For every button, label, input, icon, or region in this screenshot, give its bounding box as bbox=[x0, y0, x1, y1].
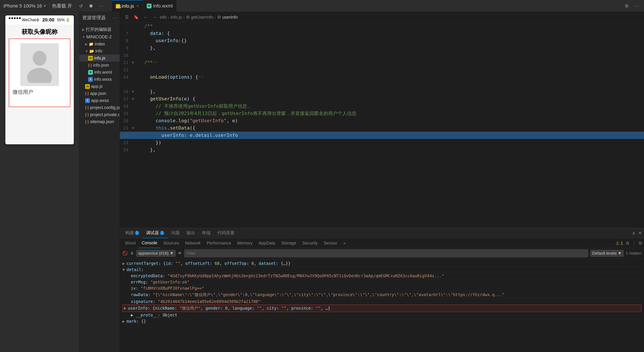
filetree-info-json[interactable]: {·} info.json bbox=[79, 62, 120, 69]
sitemap-icon: {·} bbox=[85, 120, 89, 124]
split-editor-btn[interactable]: ⧉ bbox=[624, 3, 630, 9]
console-line-3: ▶ encryptedData: "4Ud7syF9bKKyUd0ppIAhyz… bbox=[122, 273, 642, 279]
code-line-24: 24 }, bbox=[120, 146, 644, 154]
breadcrumb-forward-icon[interactable]: → bbox=[151, 14, 158, 21]
devtools-tab-network[interactable]: Network bbox=[182, 238, 204, 248]
devtools-tab-appdata[interactable]: AppData bbox=[256, 238, 278, 248]
hotreload-label[interactable]: 热重载 开 bbox=[52, 3, 72, 9]
filetree-app-json[interactable]: {·} app.json bbox=[79, 90, 120, 97]
main-area: WeChat令 20:00 55% 🔋 获取头像昵称 bbox=[0, 12, 644, 352]
breadcrumb-bookmark-icon[interactable]: 🔖 bbox=[132, 14, 140, 21]
panel-close-icon[interactable]: ✕ bbox=[638, 230, 642, 236]
filetree-project-private[interactable]: {·} project.private.config... bbox=[79, 111, 120, 118]
filetree-app-js[interactable]: JS app.js bbox=[79, 83, 120, 90]
console-level-select[interactable]: Default levels ▼ bbox=[590, 250, 624, 257]
filetree-project-header[interactable]: ▼ MINICODE-2 bbox=[79, 34, 120, 41]
line-num-16: 16 bbox=[120, 88, 132, 95]
device-selector[interactable]: iPhone 5 100% 16 ▼ bbox=[4, 3, 47, 9]
breadcrumb-menu-icon[interactable]: ☰ bbox=[123, 14, 130, 21]
filetree-project-config[interactable]: {·} project.config.json bbox=[79, 104, 120, 111]
line-num-24: 24 bbox=[120, 146, 132, 154]
breadcrumb-info: info bbox=[160, 15, 167, 20]
devtools-tab-memory[interactable]: Memory bbox=[234, 238, 256, 248]
line-arrow-16: ▼ bbox=[132, 88, 137, 95]
tab-build[interactable]: 构建 2 bbox=[122, 228, 143, 238]
code-line-23: 23 }) bbox=[120, 139, 644, 146]
breadcrumb-userinfo: userInfo bbox=[222, 15, 238, 20]
line-content-17: getUserInfo(e) { bbox=[137, 95, 644, 103]
tab-info-js-label: info.js bbox=[122, 4, 134, 9]
console-pause-icon[interactable]: ⏸ bbox=[130, 251, 134, 256]
tab-output[interactable]: 输出 bbox=[183, 228, 198, 238]
code-editor[interactable]: /** 7 data: { 8 userInfo:{} 9 }, bbox=[120, 23, 644, 228]
index-chevron-icon: ▶ bbox=[85, 42, 88, 46]
devtools-tab-storage[interactable]: Storage bbox=[278, 238, 299, 248]
console-text-3: encryptedData: "4Ud7syF9bKKyUd0ppIAhyzWm… bbox=[126, 273, 444, 278]
line-content-7: data: { bbox=[137, 30, 644, 37]
filetree-open-editors[interactable]: ▶ 打开的编辑器 bbox=[79, 26, 120, 34]
tab-debugger[interactable]: 调试器 1 bbox=[143, 228, 168, 238]
console-line-6: ▶ rawData: "{\"nickName\":\"微信用户\",\"gen… bbox=[122, 291, 642, 298]
devtools-tab-security[interactable]: Security bbox=[299, 238, 321, 248]
tab-info-js[interactable]: JS info.js × bbox=[112, 0, 143, 12]
filetree-info-js[interactable]: JS info.js bbox=[79, 55, 120, 62]
tab-info-wxml[interactable]: W info.wxml bbox=[143, 0, 177, 12]
filetree-header: 资源管理器 ⋯ bbox=[79, 12, 120, 24]
tab-code-quality[interactable]: 代码质量 bbox=[214, 228, 238, 238]
code-line-22: 22 userInfo: e.detail.userInfo bbox=[120, 132, 644, 139]
console-source-select[interactable]: appservice (#18) ▼ bbox=[136, 250, 176, 257]
devtools-tab-console[interactable]: Console bbox=[139, 238, 160, 248]
filetree-index-folder[interactable]: ▶ 📁 index bbox=[79, 41, 120, 48]
tab-debugger-badge: 1 bbox=[160, 231, 164, 235]
devtools-tab-sources[interactable]: Sources bbox=[160, 238, 182, 248]
devtools-settings-icon[interactable]: ⚙ bbox=[626, 241, 630, 246]
app-wxss-icon: S bbox=[85, 98, 90, 103]
tab-terminal[interactable]: 终端 bbox=[198, 228, 214, 238]
filetree-info-wxss[interactable]: S info.wxss bbox=[79, 76, 120, 83]
more-btn[interactable]: ⋯ bbox=[97, 3, 105, 10]
refresh-btn[interactable]: ↺ bbox=[78, 3, 84, 10]
project-chevron-icon: ▼ bbox=[82, 35, 85, 39]
breadcrumb-back-icon[interactable]: ← bbox=[142, 14, 150, 21]
battery-pct: 55% bbox=[57, 18, 64, 22]
console-source-dropdown-icon: ▼ bbox=[170, 251, 174, 256]
filetree-info-wxml[interactable]: W info.wxml bbox=[79, 69, 120, 76]
filetree-app-wxss[interactable]: S app.wxss bbox=[79, 97, 120, 104]
console-arrow-userinfo: ▶ bbox=[124, 305, 126, 310]
devtools-tab-sensor[interactable]: Sensor bbox=[321, 238, 340, 248]
devtools-more-icon[interactable]: ⋮ bbox=[632, 241, 636, 246]
code-line-7: 7 data: { bbox=[120, 30, 644, 37]
tab-info-js-close[interactable]: × bbox=[136, 4, 139, 8]
code-line-15 bbox=[120, 81, 644, 88]
warning-badge: ⚠ 1 bbox=[616, 241, 623, 246]
app-wxss-label: app.wxss bbox=[91, 98, 109, 103]
line-content-16: }, bbox=[137, 88, 644, 95]
avatar-section[interactable]: 微信用户 bbox=[9, 39, 70, 107]
devtools-tab-wxml[interactable]: Wxml bbox=[122, 238, 139, 248]
console-text-4: errMsg: "getUserInfo:ok" bbox=[126, 280, 190, 284]
devtools-tab-performance[interactable]: Performance bbox=[204, 238, 234, 248]
line-num-9: 9 bbox=[120, 44, 132, 52]
tab-problems[interactable]: 问题 bbox=[168, 228, 183, 238]
panel-up-icon[interactable]: ∧ bbox=[632, 230, 636, 236]
app-json-icon: {·} bbox=[85, 91, 89, 96]
console-output[interactable]: ▶ currentTarget: {id: "", offsetLeft: 68… bbox=[120, 259, 644, 352]
console-eye-icon[interactable]: 👁 bbox=[178, 251, 182, 256]
stop-btn[interactable]: ⏹ bbox=[87, 3, 95, 9]
filetree-more-btn[interactable]: ⋯ bbox=[113, 16, 116, 20]
filetree-info-folder[interactable]: ▼ 📂 info bbox=[79, 48, 120, 55]
tab-output-label: 输出 bbox=[186, 230, 195, 236]
left-section: WeChat令 20:00 55% 🔋 获取头像昵称 bbox=[0, 12, 120, 352]
bottom-tabs-bar: 构建 2 调试器 1 问题 输出 终端 bbox=[120, 228, 644, 238]
breadcrumb-getuserinfo: getUserInfo bbox=[191, 15, 213, 20]
devtools-tab-more[interactable]: » bbox=[340, 238, 348, 248]
breadcrumb-sep3: › bbox=[214, 15, 216, 20]
console-clear-icon[interactable]: 🚫 bbox=[122, 251, 128, 256]
filetree-sitemap[interactable]: {·} sitemap.json bbox=[79, 118, 120, 125]
console-filter-input[interactable] bbox=[184, 249, 588, 257]
devtools-dock-icon[interactable]: ⧉ bbox=[639, 241, 642, 246]
toolbar-more-btn[interactable]: ⋯ bbox=[633, 3, 640, 10]
avatar-svg bbox=[24, 47, 54, 83]
phone-panel: WeChat令 20:00 55% 🔋 获取头像昵称 bbox=[0, 12, 79, 352]
console-line-userinfo[interactable]: ▶ userInfo: {nickName: "微信用户", gender: 0… bbox=[122, 305, 642, 312]
